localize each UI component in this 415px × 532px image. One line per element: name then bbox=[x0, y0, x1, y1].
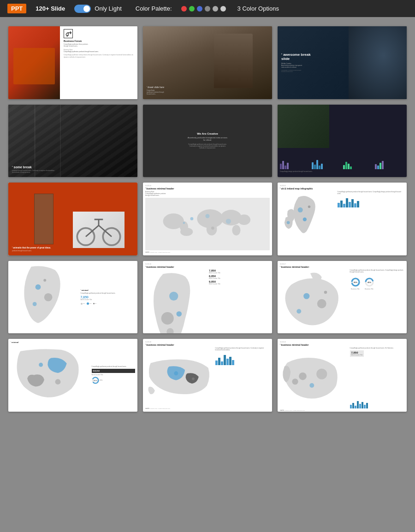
slide-15-right: Compellingly synthesize products through… bbox=[350, 347, 405, 408]
slide-10-map-area bbox=[11, 263, 79, 331]
svg-point-26 bbox=[43, 278, 46, 281]
slide-9[interactable]: SLIDE 45 ' uk & ireland map infographic bbox=[278, 183, 407, 255]
svg-point-46 bbox=[174, 371, 178, 375]
slide-5-body: Compellingly synthesize meta products th… bbox=[188, 143, 227, 149]
theme-toggle[interactable] bbox=[74, 5, 91, 13]
color-dot-gray2 bbox=[213, 6, 218, 12]
slide-12-donut1: 95% Business Title bbox=[350, 277, 361, 290]
color-dot-blue[interactable] bbox=[197, 6, 202, 12]
svg-text:45%: 45% bbox=[367, 281, 371, 283]
slide-2-photo-subject bbox=[214, 34, 253, 88]
svg-point-50 bbox=[309, 383, 314, 388]
slide-11-num: SLIDE 46 bbox=[145, 263, 270, 265]
slide-5[interactable]: We Are Creative Assertively productize t… bbox=[143, 105, 272, 177]
slide-14-body: Compellingly synthesize products through… bbox=[145, 347, 270, 407]
svg-point-48 bbox=[299, 372, 307, 380]
slide-9-right: Compellingly synthesize products through… bbox=[338, 191, 405, 254]
svg-point-17 bbox=[211, 226, 214, 230]
slide-12[interactable]: SLIDE 47 ' business minimal header: bbox=[278, 261, 407, 334]
slide-4-content: ' some break products through focused us… bbox=[12, 166, 134, 173]
slide-5-title: We Are Creative bbox=[188, 132, 227, 135]
color-dot-gray1 bbox=[205, 6, 210, 12]
slide-8-header: ' business minimal header bbox=[145, 187, 270, 190]
svg-point-47 bbox=[192, 378, 195, 380]
slide-12-map bbox=[280, 269, 349, 334]
slide-6[interactable]: Compellingly design products through foc… bbox=[278, 105, 407, 177]
slide-3-content: ' awesome breakslide We Are CreativeAsse… bbox=[278, 26, 349, 99]
svg-text:95%: 95% bbox=[353, 281, 357, 283]
color-dot-green[interactable] bbox=[189, 6, 195, 12]
slide-15[interactable]: SLIDE 49 ' business minimal header bbox=[278, 339, 407, 412]
slide-8-num: SLIDE 44 bbox=[145, 185, 270, 187]
topbar: PPT 120+ Slide Only Light Color Palette:… bbox=[0, 0, 415, 17]
slide-7-content: ' animatio that the power of great ideas… bbox=[12, 247, 134, 252]
svg-point-20 bbox=[298, 207, 303, 213]
slide-6-charts: Compellingly design products through foc… bbox=[280, 155, 404, 172]
slide-4[interactable]: ' some break products through focused us… bbox=[8, 105, 137, 177]
svg-point-15 bbox=[205, 214, 209, 218]
slide-15-header: ' business minimal header bbox=[280, 343, 404, 346]
svg-point-27 bbox=[169, 291, 178, 300]
slide-15-footer: martin Content Mode. All Right Reserved … bbox=[280, 409, 404, 411]
announce-icon bbox=[64, 29, 73, 38]
theme-toggle-container: Only Light bbox=[74, 5, 122, 13]
svg-point-51 bbox=[292, 378, 298, 384]
slide-1-title: Business Forum bbox=[64, 40, 134, 42]
svg-line-2 bbox=[86, 225, 99, 236]
slide-5-content: We Are Creative Assertively productize t… bbox=[188, 132, 227, 149]
svg-point-42 bbox=[55, 379, 61, 384]
svg-point-9 bbox=[220, 210, 241, 225]
slide-12-donut2: 45% Business Title bbox=[364, 277, 375, 290]
slide-13-map: ' minimal bbox=[11, 341, 92, 409]
slide-3-photo bbox=[349, 26, 407, 99]
slide-12-right: Compellingly synthesize products through… bbox=[350, 269, 405, 334]
slide-1-subtitle: Compellingly synthesize these productsth… bbox=[64, 43, 134, 47]
slide-13[interactable]: ' minimal Compellingly synthesize produc… bbox=[8, 339, 137, 412]
slide-1-photo bbox=[8, 26, 60, 99]
slide-10-content: ' minimal Compellingly synthesize produc… bbox=[79, 263, 136, 331]
slide-5-subtitle: Assertively productize transparent meta … bbox=[188, 136, 227, 142]
slide-3[interactable]: ' awesome breakslide We Are CreativeAsse… bbox=[278, 26, 407, 99]
color-dot-red[interactable] bbox=[181, 6, 187, 12]
svg-point-12 bbox=[232, 225, 240, 236]
svg-point-32 bbox=[317, 299, 326, 308]
slide-14-map bbox=[145, 347, 214, 407]
slide-15-body: Compellingly synthesize products through… bbox=[280, 347, 404, 408]
slide-11-stats: 7,850 Word Counter Title 6,850 Word Coun… bbox=[209, 269, 270, 334]
slide-11-header: ' business minimal header bbox=[145, 266, 270, 268]
slide-8-map bbox=[145, 198, 270, 250]
slide-11[interactable]: SLIDE 46 ' business minimal header 7,850… bbox=[143, 261, 272, 334]
svg-point-14 bbox=[190, 217, 194, 220]
slide-15-bars bbox=[350, 399, 405, 408]
slide-1[interactable]: Business Forum Compellingly synthesize t… bbox=[8, 26, 137, 99]
svg-point-31 bbox=[303, 293, 309, 299]
slide-7-door bbox=[34, 194, 53, 244]
slide-15-num: SLIDE 49 bbox=[280, 341, 404, 343]
svg-point-49 bbox=[316, 369, 327, 379]
svg-text:85%: 85% bbox=[93, 379, 97, 382]
svg-point-18 bbox=[183, 222, 185, 224]
slide-9-header: ' uk & ireland map infographic bbox=[280, 187, 404, 190]
svg-point-24 bbox=[44, 293, 53, 301]
slide-10[interactable]: ' minimal Compellingly synthesize produc… bbox=[8, 261, 137, 334]
slide-14-bars bbox=[215, 352, 270, 365]
slide-14[interactable]: SLIDE 48 ' business minimal header bbox=[143, 339, 272, 412]
slide-7-bike-bg bbox=[73, 212, 125, 248]
slide-8[interactable]: SLIDE 44 ' business minimal header Busin… bbox=[143, 183, 272, 255]
slide-12-donuts: 95% Business Title 45% Business Title bbox=[350, 277, 405, 290]
slide-11-body: 7,850 Word Counter Title 6,850 Word Coun… bbox=[145, 269, 270, 334]
slide-9-num: SLIDE 45 bbox=[280, 185, 404, 187]
color-dots bbox=[181, 6, 226, 12]
svg-line-3 bbox=[99, 225, 112, 236]
slide-count-label: 120+ Slide bbox=[36, 5, 65, 12]
slide-2-content: ' break slide here Compellinglysynthesiz… bbox=[147, 86, 164, 95]
svg-point-19 bbox=[303, 218, 307, 221]
slide-2[interactable]: ' break slide here Compellinglysynthesiz… bbox=[143, 26, 272, 99]
ppt-badge: PPT bbox=[7, 4, 26, 13]
slide-9-map-area bbox=[280, 191, 336, 254]
slide-7[interactable]: ' animatio that the power of great ideas… bbox=[8, 183, 137, 255]
slide-12-header: ' business minimal header: bbox=[280, 266, 404, 268]
slide-9-body: Compellingly synthesize products through… bbox=[280, 191, 404, 254]
slide-15-map bbox=[280, 347, 349, 408]
svg-point-34 bbox=[324, 290, 327, 294]
